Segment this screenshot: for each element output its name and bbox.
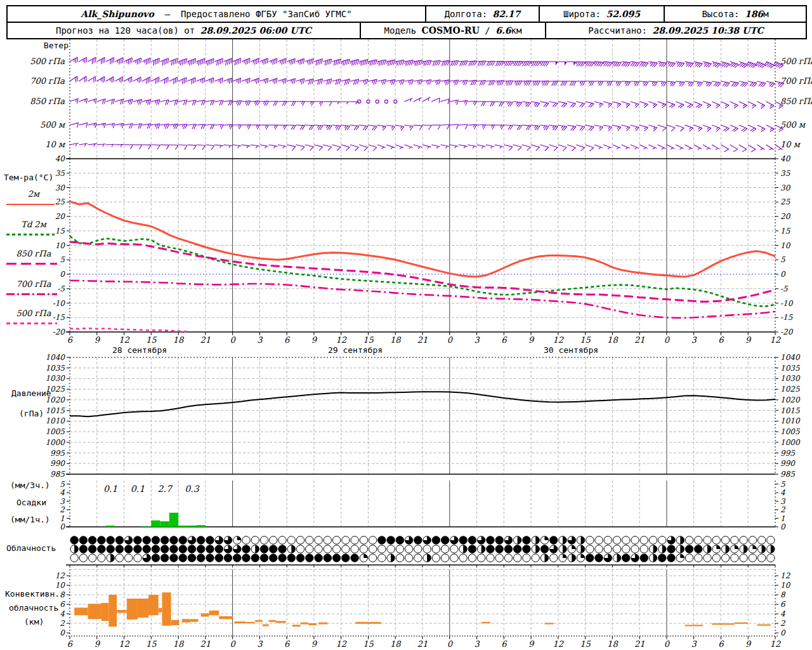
svg-text:25: 25	[780, 197, 791, 206]
svg-text:3: 3	[257, 335, 263, 345]
svg-text:0: 0	[780, 270, 786, 279]
svg-text:990: 990	[780, 459, 796, 468]
svg-text:40: 40	[55, 154, 66, 163]
svg-text:0.3: 0.3	[185, 484, 199, 494]
svg-text:12: 12	[336, 639, 346, 649]
svg-text:1040: 1040	[780, 353, 801, 362]
longitude-label: Долгота:	[445, 9, 487, 19]
header-row-forecast: Прогноз на 120 часа(ов) от 28.09.2025 06…	[8, 23, 806, 38]
forecast-prefix: Прогноз на	[56, 25, 109, 36]
legend-label-t700: 700 гПа	[0, 279, 67, 289]
svg-text:0: 0	[780, 628, 786, 637]
svg-text:3: 3	[691, 639, 698, 649]
svg-text:6: 6	[284, 639, 291, 649]
svg-text:3: 3	[257, 639, 263, 649]
svg-text:15: 15	[363, 335, 374, 345]
svg-text:0: 0	[447, 335, 454, 345]
forecast-mid: часа(ов) от	[136, 25, 195, 36]
legend-label-t2m: 2м	[0, 189, 67, 199]
svg-text:8: 8	[60, 590, 65, 599]
svg-text:12: 12	[119, 639, 129, 649]
svg-text:9: 9	[95, 335, 101, 345]
svg-text:21: 21	[417, 639, 428, 649]
svg-text:0: 0	[664, 639, 671, 649]
cloud-panel-title: Облачность	[6, 543, 56, 553]
model-resolution-unit: км	[511, 25, 522, 36]
svg-text:0: 0	[447, 639, 454, 649]
svg-text:1005: 1005	[780, 427, 801, 436]
svg-text:6: 6	[718, 335, 724, 345]
conv-panel-title-2: облачность	[9, 603, 58, 613]
svg-text:20: 20	[780, 212, 791, 221]
svg-text:0: 0	[60, 628, 65, 637]
svg-text:6: 6	[60, 600, 65, 609]
svg-text:1015: 1015	[780, 406, 801, 415]
svg-text:2: 2	[780, 505, 786, 514]
latitude-label: Широта:	[563, 9, 601, 19]
svg-text:-15: -15	[780, 313, 794, 322]
svg-text:12: 12	[553, 335, 564, 345]
svg-text:1010: 1010	[45, 416, 65, 425]
svg-text:500 гПа: 500 гПа	[780, 56, 812, 66]
altitude-label: Высота:	[702, 9, 739, 19]
altitude-unit: м	[763, 9, 768, 19]
svg-text:4: 4	[60, 609, 65, 618]
svg-text:-10: -10	[53, 299, 66, 308]
svg-text:18: 18	[607, 639, 619, 649]
svg-text:12: 12	[119, 335, 129, 345]
svg-text:9: 9	[745, 335, 752, 345]
svg-text:21: 21	[634, 335, 645, 345]
svg-text:700 гПа: 700 гПа	[780, 76, 812, 86]
svg-text:0: 0	[60, 270, 65, 279]
svg-text:1035: 1035	[780, 364, 801, 373]
svg-text:25: 25	[55, 197, 66, 206]
svg-text:1: 1	[60, 514, 65, 523]
svg-text:6: 6	[780, 600, 786, 609]
station-name: Alk_Shipunovo	[81, 9, 154, 19]
meteogram-page: 40403535303025252020151510105500-5-5-10-…	[0, 0, 812, 650]
model-name: COSMO-RU	[422, 25, 480, 36]
svg-text:3: 3	[474, 639, 480, 649]
svg-text:0: 0	[230, 335, 236, 345]
svg-text:850 гПа: 850 гПа	[780, 96, 812, 106]
legend-label-t850: 850 гПа	[0, 249, 67, 258]
temp-panel-title: Тем-ра(°C)	[4, 173, 53, 182]
svg-text:10: 10	[55, 581, 66, 590]
svg-text:1030: 1030	[780, 374, 801, 383]
svg-text:1000: 1000	[780, 438, 801, 447]
svg-text:9: 9	[311, 639, 318, 649]
svg-text:3: 3	[60, 497, 65, 506]
svg-text:12: 12	[780, 571, 791, 580]
header-box: Alk_Shipunovo — Предоставлено ФГБУ "ЗапС…	[6, 5, 807, 39]
model-cell: Модель COSMO-RU / 6.6 км	[360, 23, 545, 38]
svg-text:9: 9	[311, 335, 318, 345]
svg-text:5: 5	[780, 480, 786, 489]
svg-text:9: 9	[528, 335, 535, 345]
model-label: Модель	[384, 25, 417, 36]
svg-text:6: 6	[67, 639, 74, 649]
svg-text:9: 9	[745, 639, 752, 649]
svg-text:2: 2	[60, 619, 65, 628]
svg-text:21: 21	[200, 335, 211, 345]
altitude-cell: Высота: 186 м	[664, 6, 806, 22]
svg-text:-5: -5	[780, 284, 789, 293]
svg-text:9: 9	[95, 639, 101, 649]
svg-text:18: 18	[173, 639, 185, 649]
svg-text:6: 6	[501, 335, 508, 345]
svg-text:990: 990	[50, 459, 65, 468]
svg-text:995: 995	[50, 449, 65, 458]
precip-unit-1h: (мм/1ч.)	[10, 515, 50, 524]
svg-text:12: 12	[55, 571, 66, 580]
svg-text:1040: 1040	[45, 353, 65, 362]
legend-label-t500: 500 гПа	[0, 308, 67, 318]
svg-text:2: 2	[780, 619, 786, 628]
svg-text:1035: 1035	[45, 364, 65, 373]
svg-text:10 м: 10 м	[45, 140, 66, 149]
svg-text:850 гПа: 850 гПа	[30, 96, 65, 106]
svg-text:500 м: 500 м	[40, 120, 66, 129]
svg-text:700 гПа: 700 гПа	[30, 76, 65, 86]
svg-text:18: 18	[390, 335, 402, 345]
svg-text:3: 3	[780, 497, 786, 506]
svg-text:2.7: 2.7	[158, 484, 173, 494]
svg-text:1025: 1025	[780, 385, 801, 394]
